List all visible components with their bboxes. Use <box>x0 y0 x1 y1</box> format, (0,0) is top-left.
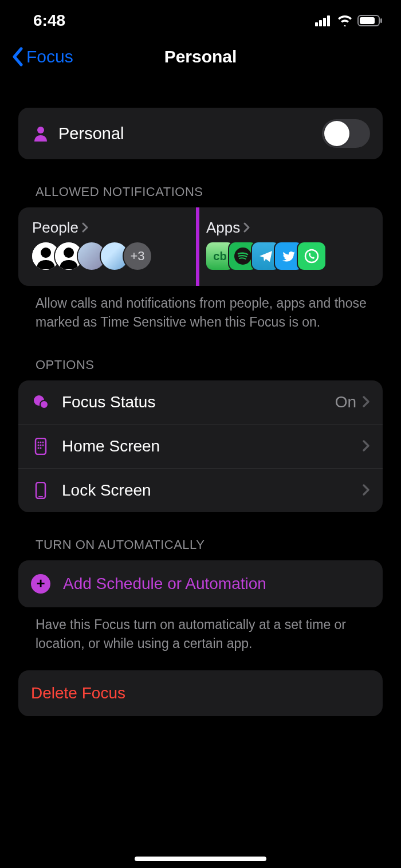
svg-point-11 <box>64 248 74 258</box>
svg-point-13 <box>305 250 318 262</box>
auto-footer: Have this Focus turn on automatically at… <box>18 607 383 654</box>
svg-rect-5 <box>360 17 375 24</box>
focus-toggle[interactable] <box>322 119 370 148</box>
add-schedule-button[interactable]: + Add Schedule or Automation <box>18 560 383 607</box>
svg-point-20 <box>38 444 40 446</box>
delete-focus-button[interactable]: Delete Focus <box>18 670 383 716</box>
option-label: Home Screen <box>62 437 362 455</box>
delete-label: Delete Focus <box>31 684 125 702</box>
allowed-footer: Allow calls and notifications from peopl… <box>18 286 383 332</box>
allowed-header: ALLOWED NOTIFICATIONS <box>18 159 383 207</box>
svg-point-17 <box>38 441 40 443</box>
option-label: Focus Status <box>62 393 335 411</box>
people-label: People <box>32 219 78 237</box>
apps-stack: cb <box>206 242 369 270</box>
plus-icon: + <box>31 574 50 594</box>
people-section[interactable]: People +3 <box>32 219 195 270</box>
svg-rect-0 <box>315 22 318 26</box>
svg-point-9 <box>41 248 51 258</box>
svg-rect-25 <box>36 482 45 498</box>
option-home-screen[interactable]: Home Screen <box>18 425 383 469</box>
svg-point-15 <box>40 400 48 409</box>
status-time: 6:48 <box>33 11 65 30</box>
more-people-badge: +3 <box>124 242 151 270</box>
svg-rect-1 <box>319 20 322 26</box>
chevron-left-icon <box>11 47 24 66</box>
chevron-right-icon <box>243 219 250 237</box>
option-label: Lock Screen <box>62 481 362 500</box>
add-schedule-label: Add Schedule or Automation <box>63 575 266 593</box>
svg-point-19 <box>42 441 44 443</box>
delete-card: Delete Focus <box>18 670 383 716</box>
svg-rect-6 <box>380 18 382 23</box>
svg-point-23 <box>38 447 40 449</box>
option-value: On <box>335 393 356 411</box>
svg-rect-26 <box>38 496 43 497</box>
option-focus-status[interactable]: Focus Status On <box>18 380 383 425</box>
focus-status-icon <box>31 395 50 410</box>
wifi-icon <box>337 15 353 26</box>
app-icon-whatsapp <box>298 242 325 270</box>
people-stack: +3 <box>32 242 195 270</box>
apps-section[interactable]: Apps cb <box>206 219 369 270</box>
home-indicator[interactable] <box>135 857 266 861</box>
nav-bar: Focus Personal <box>0 34 401 81</box>
options-card: Focus Status On Home Screen Lock Screen <box>18 380 383 512</box>
toggle-knob <box>324 121 349 146</box>
auto-card: + Add Schedule or Automation <box>18 560 383 607</box>
auto-header: TURN ON AUTOMATICALLY <box>18 512 383 560</box>
svg-rect-2 <box>323 18 326 26</box>
chevron-right-icon <box>362 438 370 455</box>
focus-toggle-card: Personal <box>18 108 383 159</box>
svg-point-18 <box>40 441 42 443</box>
option-lock-screen[interactable]: Lock Screen <box>18 469 383 512</box>
svg-point-7 <box>37 127 44 133</box>
battery-icon <box>357 15 383 26</box>
svg-point-24 <box>40 447 42 449</box>
chevron-right-icon <box>362 482 370 499</box>
person-icon <box>31 125 50 142</box>
home-screen-icon <box>31 438 50 455</box>
chevron-right-icon <box>82 219 89 237</box>
back-button[interactable]: Focus <box>11 47 73 66</box>
lock-screen-icon <box>31 482 50 499</box>
svg-rect-3 <box>327 15 330 26</box>
svg-point-21 <box>40 444 42 446</box>
options-header: OPTIONS <box>18 332 383 380</box>
focus-name: Personal <box>58 124 322 143</box>
apps-label: Apps <box>206 219 240 237</box>
cellular-icon <box>315 15 332 26</box>
allowed-card: People +3 Apps <box>18 207 383 286</box>
svg-point-22 <box>42 444 44 446</box>
status-icons <box>315 15 383 26</box>
svg-rect-16 <box>36 438 46 454</box>
status-bar: 6:48 <box>0 0 401 34</box>
back-label: Focus <box>26 47 73 66</box>
focus-toggle-row: Personal <box>18 108 383 159</box>
chevron-right-icon <box>362 394 370 411</box>
